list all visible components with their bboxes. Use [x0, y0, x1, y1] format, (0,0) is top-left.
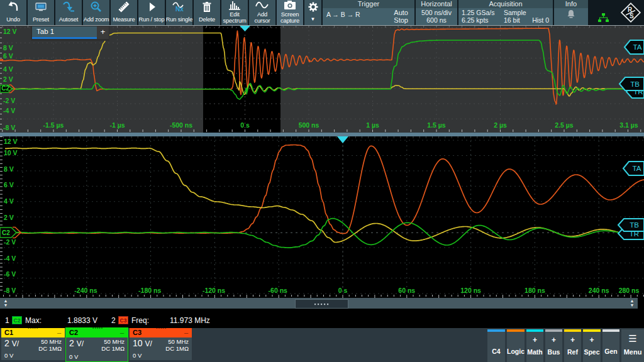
svg-text:TA: TA — [633, 165, 641, 172]
svg-text:-60 ns: -60 ns — [269, 287, 288, 294]
svg-text:12 V: 12 V — [4, 138, 18, 145]
svg-text:TA: TA — [633, 43, 642, 51]
svg-text:280 ns: 280 ns — [619, 287, 640, 294]
svg-text:8 V: 8 V — [4, 165, 14, 173]
svg-text:-2 V: -2 V — [3, 97, 15, 104]
svg-text:TB: TB — [630, 221, 639, 229]
svg-text:2 µs: 2 µs — [494, 121, 507, 129]
svg-text:6 V: 6 V — [3, 52, 13, 60]
svg-text:-180 ns: -180 ns — [138, 287, 161, 294]
svg-text:4 V: 4 V — [3, 65, 13, 73]
svg-text:-4 V: -4 V — [4, 255, 16, 262]
svg-text:2 V: 2 V — [3, 75, 13, 83]
svg-text:-2 V: -2 V — [4, 238, 16, 246]
svg-text:0 s: 0 s — [338, 287, 348, 294]
svg-text:1 µs: 1 µs — [366, 121, 379, 129]
svg-text:2 V: 2 V — [4, 214, 14, 221]
svg-text:8 V: 8 V — [3, 44, 13, 52]
svg-text:1.5 µs: 1.5 µs — [427, 121, 446, 129]
svg-text:-120 ns: -120 ns — [203, 287, 225, 294]
svg-text:-4 V: -4 V — [3, 107, 15, 114]
svg-text:3.1 µs: 3.1 µs — [619, 121, 638, 129]
svg-text:6 V: 6 V — [4, 181, 14, 189]
svg-text:2.5 µs: 2.5 µs — [555, 121, 574, 129]
svg-text:-8 V: -8 V — [4, 287, 16, 294]
svg-text:-1.5 µs: -1.5 µs — [43, 121, 64, 129]
svg-text:-6 V: -6 V — [4, 270, 16, 278]
svg-text:S: S — [630, 13, 634, 19]
svg-text:240 ns: 240 ns — [589, 287, 609, 294]
svg-text:10 V: 10 V — [4, 149, 18, 156]
svg-text:C2: C2 — [1, 85, 9, 92]
svg-text:-1 µs: -1 µs — [109, 121, 125, 129]
svg-text:500 ns: 500 ns — [299, 121, 319, 129]
svg-text:180 ns: 180 ns — [525, 287, 545, 294]
svg-text:Nx: Nx — [175, 6, 184, 13]
svg-text:-8 V: -8 V — [3, 124, 15, 131]
svg-text:-500 ns: -500 ns — [170, 121, 192, 129]
svg-text:60 ns: 60 ns — [398, 287, 415, 294]
svg-text:0 s: 0 s — [240, 121, 250, 129]
svg-text:120 ns: 120 ns — [460, 287, 481, 294]
svg-text:TB: TB — [630, 80, 640, 88]
svg-text:12 V: 12 V — [3, 28, 17, 35]
svg-text:4 V: 4 V — [4, 197, 14, 205]
svg-text:-240 ns: -240 ns — [74, 287, 97, 294]
svg-text:C2: C2 — [2, 229, 10, 236]
